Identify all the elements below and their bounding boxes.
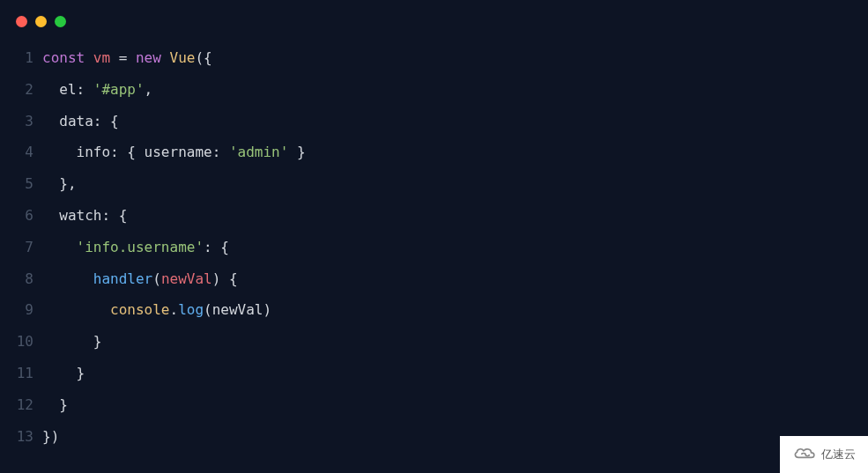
token-meth: log [178, 301, 204, 318]
code-editor[interactable]: 1const vm = new Vue({2 el: '#app',3 data… [0, 42, 868, 461]
maximize-icon[interactable] [55, 16, 66, 27]
token-pun [42, 144, 77, 160]
code-line[interactable]: 5 }, [0, 168, 868, 200]
line-number: 13 [0, 421, 42, 453]
watermark-badge: 亿速云 [780, 436, 868, 473]
token-pun: }, [42, 175, 77, 192]
code-line[interactable]: 6 watch: { [0, 200, 868, 232]
line-number: 7 [0, 232, 42, 263]
watermark-text: 亿速云 [821, 447, 856, 462]
code-line[interactable]: 12 } [0, 389, 868, 421]
code-line[interactable]: 1const vm = new Vue({ [0, 42, 868, 74]
token-pun [42, 270, 93, 287]
token-kw: new [136, 49, 161, 66]
token-pun [42, 207, 59, 224]
line-content[interactable]: console.log(newVal) [42, 294, 868, 326]
line-number: 5 [0, 168, 42, 200]
line-content[interactable]: } [42, 326, 868, 358]
token-prop: username [145, 144, 212, 160]
line-number: 9 [0, 294, 42, 326]
token-str: 'admin' [229, 144, 288, 160]
token-pun: : [212, 144, 229, 160]
line-number: 6 [0, 200, 42, 232]
line-content[interactable]: const vm = new Vue({ [42, 42, 868, 74]
token-pun [42, 113, 59, 129]
token-cls: Vue [170, 49, 196, 66]
line-number: 10 [0, 326, 42, 358]
line-number: 4 [0, 137, 42, 168]
minimize-icon[interactable] [35, 16, 47, 27]
window-titlebar [0, 0, 868, 42]
token-pun: : { [101, 207, 127, 224]
token-pun: } [42, 365, 85, 381]
line-content[interactable]: watch: { [42, 200, 868, 232]
token-pun: ) [263, 301, 271, 318]
code-line[interactable]: 8 handler(newVal) { [0, 263, 868, 295]
token-arg: newVal [212, 301, 263, 318]
token-pun: , [145, 81, 153, 98]
code-line[interactable]: 10 } [0, 326, 868, 358]
line-content[interactable]: } [42, 389, 868, 421]
line-content[interactable]: info: { username: 'admin' } [42, 137, 868, 168]
token-pun: } [288, 144, 305, 160]
token-pun: ( [204, 301, 212, 318]
line-content[interactable]: 'info.username': { [42, 232, 868, 263]
token-pun [42, 81, 59, 98]
line-content[interactable]: }) [42, 421, 868, 453]
token-prop: data [59, 113, 93, 129]
token-cons: console [110, 301, 169, 318]
line-content[interactable]: handler(newVal) { [42, 263, 868, 295]
line-content[interactable]: } [42, 358, 868, 389]
line-number: 11 [0, 358, 42, 389]
token-meth: handler [93, 270, 152, 287]
token-pun: : { [110, 144, 145, 160]
token-id: vm [93, 49, 110, 66]
line-number: 8 [0, 263, 42, 295]
token-pun: } [42, 333, 101, 350]
code-line[interactable]: 11 } [0, 358, 868, 389]
token-prop: el [59, 81, 76, 98]
token-str: '#app' [93, 81, 145, 98]
code-line[interactable]: 2 el: '#app', [0, 74, 868, 106]
line-content[interactable]: el: '#app', [42, 74, 868, 106]
line-number: 1 [0, 42, 42, 74]
token-pun [42, 239, 77, 255]
close-icon[interactable] [16, 16, 27, 27]
token-pun [85, 49, 93, 66]
code-line[interactable]: 13}) [0, 421, 868, 453]
token-pun: : [77, 81, 93, 98]
line-content[interactable]: }, [42, 168, 868, 200]
token-pun: . [170, 301, 179, 318]
token-prop: info [77, 144, 111, 160]
token-prop: watch [59, 207, 101, 224]
token-str: 'info.username' [77, 239, 204, 255]
token-pun [161, 49, 170, 66]
code-line[interactable]: 4 info: { username: 'admin' } [0, 137, 868, 168]
token-kw: const [42, 49, 85, 66]
token-pun: ({ [195, 49, 211, 66]
token-pun: : { [204, 239, 229, 255]
token-pun: } [42, 396, 68, 413]
cloud-loop-icon [793, 446, 816, 464]
token-pun: ) { [212, 270, 238, 287]
token-pun: }) [42, 428, 59, 445]
token-pun: ( [152, 270, 161, 287]
line-number: 12 [0, 389, 42, 421]
line-content[interactable]: data: { [42, 106, 868, 137]
token-pun: : { [93, 113, 119, 129]
code-line[interactable]: 9 console.log(newVal) [0, 294, 868, 326]
code-line[interactable]: 7 'info.username': { [0, 232, 868, 263]
token-pun: = [110, 49, 136, 66]
line-number: 3 [0, 106, 42, 137]
code-line[interactable]: 3 data: { [0, 106, 868, 137]
token-argp: newVal [161, 270, 212, 287]
token-pun [42, 301, 110, 318]
line-number: 2 [0, 74, 42, 106]
